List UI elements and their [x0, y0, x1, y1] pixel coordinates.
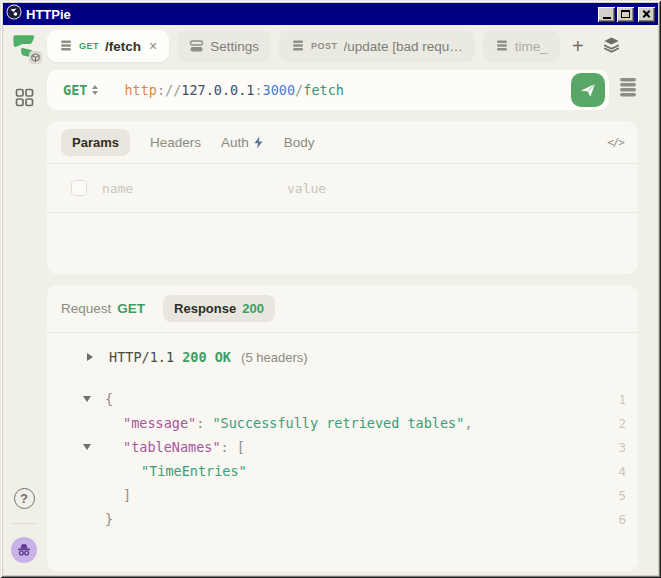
app-window: HTTPie — [0, 0, 661, 578]
tab-method: POST — [311, 41, 338, 51]
minimize-icon — [603, 17, 611, 19]
json-line[interactable]: ] 5 — [47, 483, 638, 507]
database-icon — [291, 39, 305, 53]
database-icon — [59, 39, 73, 53]
tab-body[interactable]: Body — [284, 135, 315, 150]
collapse-arrow-icon[interactable] — [87, 353, 93, 361]
response-status: 200 — [242, 301, 264, 316]
line-number: 1 — [618, 392, 626, 407]
tab-path: /update [bad requ… — [344, 39, 463, 54]
request-panel: Params Headers Auth Body </> name val — [47, 121, 638, 274]
json-string: "TimeEntries" — [141, 463, 247, 479]
maximize-button[interactable] — [617, 7, 634, 22]
app-content: ? GET /fetc — [3, 25, 658, 575]
tab-response[interactable]: Response 200 — [163, 295, 275, 322]
collapse-arrow-icon[interactable] — [83, 396, 91, 402]
protocol: HTTP/1.1 — [109, 349, 174, 365]
request-label: Request — [61, 301, 111, 316]
collapse-arrow-icon[interactable] — [83, 444, 91, 450]
param-checkbox[interactable] — [71, 180, 87, 196]
tab-time[interactable]: time_ — [483, 30, 560, 62]
status-code: 200 OK — [182, 349, 231, 365]
url-host: 127.0.0.1 — [181, 82, 254, 98]
response-body-viewer: { 1 "message": "Successfully retrieved t… — [47, 387, 638, 531]
url-scheme: http — [124, 82, 157, 98]
request-bar: GET http://127.0.0.1:3000/fetch — [47, 70, 638, 110]
line-number: 5 — [618, 488, 626, 503]
tab-auth[interactable]: Auth — [221, 135, 264, 150]
param-value-input[interactable]: value — [287, 181, 326, 196]
url-colon: : — [254, 82, 262, 98]
json-line[interactable]: } 6 — [47, 507, 638, 531]
main-area: GET /fetch × Settings POST /upd — [45, 25, 658, 575]
tab-post-update[interactable]: POST /update [bad requ… — [279, 30, 475, 62]
new-tab-button[interactable]: + — [568, 36, 588, 56]
param-row: name value — [47, 164, 638, 212]
tab-close-icon[interactable]: × — [149, 39, 157, 53]
tab-params[interactable]: Params — [61, 129, 130, 156]
layers-icon[interactable] — [602, 35, 621, 58]
tab-bar: GET /fetch × Settings POST /upd — [47, 29, 638, 63]
tab-method: GET — [79, 41, 99, 51]
json-key: "tableNames" — [123, 439, 221, 455]
httpie-logo[interactable] — [10, 32, 38, 62]
lightning-bolt-icon — [253, 136, 264, 149]
headers-count: (5 headers) — [241, 350, 307, 365]
url-separator: :// — [157, 82, 181, 98]
tab-path: /fetch — [105, 39, 141, 54]
line-number: 4 — [618, 464, 626, 479]
json-key: "message" — [123, 415, 196, 431]
json-brace: { — [105, 391, 113, 407]
json-line[interactable]: { 1 — [47, 387, 638, 411]
environments-database-icon[interactable] — [618, 76, 638, 104]
help-button[interactable]: ? — [14, 488, 35, 509]
json-comma: , — [464, 415, 472, 431]
url-port: 3000 — [263, 82, 296, 98]
code-view-icon[interactable]: </> — [607, 136, 624, 149]
tab-label: Settings — [210, 39, 259, 54]
line-number: 2 — [618, 416, 626, 431]
tab-settings[interactable]: Settings — [177, 30, 271, 62]
status-line[interactable]: HTTP/1.1 200 OK (5 headers) — [87, 349, 638, 365]
help-label: ? — [20, 491, 28, 506]
json-string: "Successfully retrieved tables" — [212, 415, 464, 431]
sidebar-divider — [12, 523, 36, 524]
json-colon: : — [196, 415, 212, 431]
close-button[interactable] — [638, 7, 655, 22]
json-line[interactable]: "tableNames": [ 3 — [47, 435, 638, 459]
json-bracket: [ — [237, 439, 245, 455]
url-bar[interactable]: GET http://127.0.0.1:3000/fetch — [47, 70, 609, 110]
url-input[interactable]: http://127.0.0.1:3000/fetch — [124, 82, 571, 98]
json-bracket: ] — [123, 487, 131, 503]
minimize-button[interactable] — [598, 7, 615, 22]
request-tabs: Params Headers Auth Body </> — [47, 121, 638, 163]
json-colon: : — [221, 439, 237, 455]
window-title: HTTPie — [26, 7, 594, 22]
param-name-input[interactable]: name — [102, 181, 287, 196]
response-panel: Request GET Response 200 HTTP/1.1 200 OK… — [47, 285, 638, 571]
response-header: Request GET Response 200 — [47, 285, 638, 332]
tab-headers[interactable]: Headers — [150, 135, 201, 150]
tab-request[interactable]: Request GET — [61, 301, 145, 316]
divider — [47, 212, 638, 213]
paper-plane-icon — [579, 81, 597, 99]
tab-label: time_ — [515, 39, 548, 54]
json-line[interactable]: "message": "Successfully retrieved table… — [47, 411, 638, 435]
method-selector[interactable]: GET — [63, 82, 98, 98]
json-line[interactable]: "TimeEntries" 4 — [47, 459, 638, 483]
url-path: fetch — [303, 82, 344, 98]
method-dropdown-icon — [92, 85, 98, 95]
line-number: 6 — [618, 512, 626, 527]
workspaces-grid-icon[interactable] — [15, 88, 34, 111]
response-label: Response — [174, 301, 236, 316]
tab-get-fetch[interactable]: GET /fetch × — [47, 30, 169, 62]
json-brace: } — [105, 511, 113, 527]
close-icon — [642, 10, 651, 19]
method-value: GET — [63, 82, 87, 98]
toggles-icon — [189, 39, 204, 53]
environment-badge-icon[interactable] — [29, 51, 42, 64]
database-icon — [495, 39, 509, 53]
send-button[interactable] — [571, 73, 605, 107]
user-avatar[interactable] — [11, 537, 37, 563]
app-logo-icon — [6, 4, 22, 24]
